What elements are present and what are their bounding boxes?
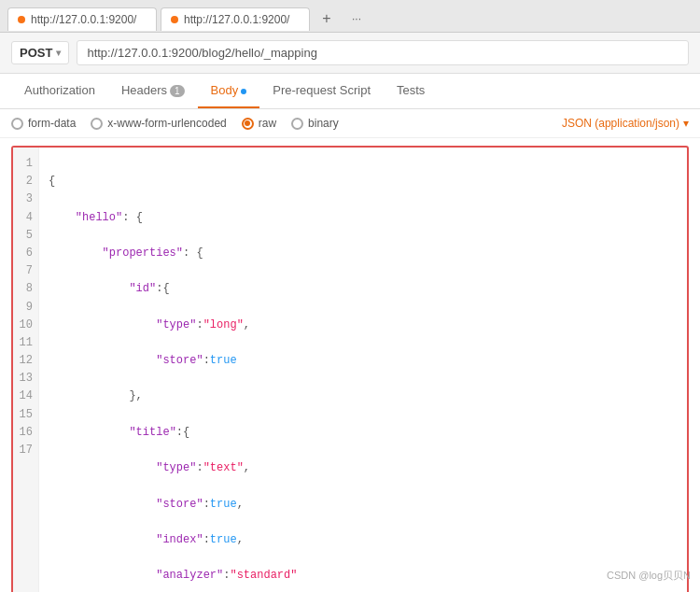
url-input[interactable]: [77, 40, 689, 65]
headers-badge: 1: [170, 85, 185, 97]
browser-tab-1[interactable]: http://127.0.0.1:9200/: [7, 7, 157, 31]
raw-radio: [242, 118, 254, 130]
form-data-option[interactable]: form-data: [11, 117, 76, 130]
json-chevron-icon: ▾: [683, 117, 689, 130]
tab-menu-button[interactable]: ···: [343, 6, 370, 32]
binary-option[interactable]: binary: [291, 117, 339, 130]
line-numbers: 1 2 3 4 5 6 7 8 9 10 11 12 13 14 15 16 1…: [13, 148, 39, 592]
tab-dot-1: [18, 16, 25, 23]
new-tab-button[interactable]: +: [314, 6, 340, 32]
app-container: POST ▾ Authorization Headers1 Body Pre-r…: [0, 33, 700, 592]
request-nav-tabs: Authorization Headers1 Body Pre-request …: [0, 74, 700, 109]
watermark: CSDN @log贝贝N: [607, 569, 691, 583]
urlencoded-radio: [91, 118, 103, 130]
tab-pre-request[interactable]: Pre-request Script: [259, 74, 384, 108]
method-label: POST: [20, 46, 52, 60]
method-select[interactable]: POST ▾: [11, 41, 69, 64]
body-options: form-data x-www-form-urlencoded raw bina…: [0, 109, 700, 138]
body-dot: [241, 89, 246, 94]
tab-headers[interactable]: Headers1: [108, 74, 198, 108]
urlencoded-option[interactable]: x-www-form-urlencoded: [91, 117, 226, 130]
code-content: { "hello": { "properties": { "id":{ "typ…: [39, 148, 687, 592]
json-format-select[interactable]: JSON (application/json) ▾: [562, 117, 689, 130]
url-bar: POST ▾: [0, 33, 700, 74]
tab-body[interactable]: Body: [198, 74, 260, 108]
raw-option[interactable]: raw: [242, 117, 276, 130]
binary-radio: [291, 118, 303, 130]
browser-tab-2[interactable]: http://127.0.0.1:9200/: [161, 7, 310, 31]
request-code-editor[interactable]: 1 2 3 4 5 6 7 8 9 10 11 12 13 14 15 16 1…: [11, 146, 689, 592]
form-data-radio: [11, 118, 23, 130]
tab-label-1: http://127.0.0.1:9200/: [31, 13, 147, 26]
tab-tests[interactable]: Tests: [384, 74, 438, 108]
method-chevron-icon: ▾: [56, 48, 61, 58]
tab-authorization[interactable]: Authorization: [11, 74, 108, 108]
tab-label-2: http://127.0.0.1:9200/: [184, 13, 300, 26]
tab-dot-2: [171, 16, 178, 23]
browser-tabs: http://127.0.0.1:9200/ http://127.0.0.1:…: [0, 0, 700, 33]
